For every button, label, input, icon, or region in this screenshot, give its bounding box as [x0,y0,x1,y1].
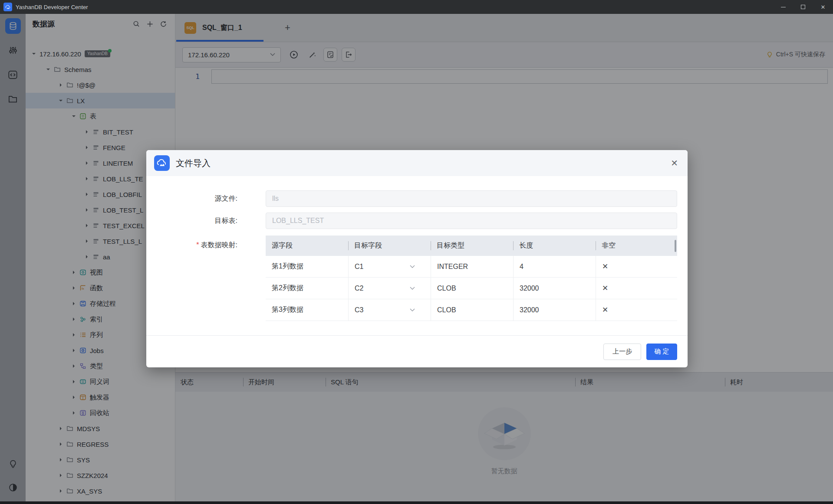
not-null-cell: ✕ [596,299,677,321]
file-import-dialog: 文件导入 ✕ 源文件: 目标表: *表数据映射: 源字段 目标字段 目标类型 长… [146,150,688,367]
dialog-logo-icon [154,155,170,171]
target-type-cell: CLOB [431,299,513,321]
previous-step-button[interactable]: 上一步 [603,344,641,360]
source-file-input[interactable] [266,190,677,207]
mapping-row-2: 第2列数据 C2 CLOB 32000 ✕ [266,278,677,299]
mapping-label: *表数据映射: [146,236,237,250]
dialog-footer: 上一步 确 定 [146,335,688,367]
chevron-down-icon [410,308,415,312]
target-type-cell: INTEGER [431,256,513,277]
source-field-cell: 第3列数据 [266,299,348,321]
source-field-cell: 第2列数据 [266,278,348,299]
target-field-select[interactable]: C3 [348,299,431,321]
target-table-row: 目标表: [146,213,688,229]
source-file-row: 源文件: [146,190,688,207]
confirm-button[interactable]: 确 定 [646,344,677,360]
window-minimize-button[interactable] [773,0,793,14]
dialog-title: 文件导入 [176,157,211,169]
col-target-field: 目标字段 [348,236,431,256]
length-cell: 32000 [513,299,596,321]
target-field-select[interactable]: C2 [348,278,431,299]
mapping-row: *表数据映射: 源字段 目标字段 目标类型 长度 非空 第1列数据 C1 INT… [146,236,688,321]
required-mark: * [196,241,199,249]
target-table-label: 目标表: [146,216,237,226]
title-bar: YashanDB Developer Center ✕ [0,0,833,14]
window-close-button[interactable]: ✕ [813,0,833,14]
chevron-down-icon [410,287,415,290]
col-length: 长度 [513,236,596,256]
app-logo-icon [3,3,12,11]
window-maximize-button[interactable] [793,0,813,14]
mapping-table: 源字段 目标字段 目标类型 长度 非空 第1列数据 C1 INTEGER 4 ✕… [266,236,677,321]
length-cell: 32000 [513,278,596,299]
scrollbar-thumb[interactable] [675,240,676,252]
source-file-label: 源文件: [146,194,237,203]
dialog-close-icon[interactable]: ✕ [671,159,678,167]
dialog-header: 文件导入 ✕ [146,150,688,176]
mapping-table-header: 源字段 目标字段 目标类型 长度 非空 [266,236,677,256]
not-null-cell: ✕ [596,278,677,299]
chevron-down-icon [410,265,415,268]
mapping-row-3: 第3列数据 C3 CLOB 32000 ✕ [266,299,677,321]
target-field-select[interactable]: C1 [348,256,431,277]
app-title: YashanDB Developer Center [16,4,88,10]
not-null-cell: ✕ [596,256,677,277]
target-type-cell: CLOB [431,278,513,299]
target-table-input[interactable] [266,213,677,229]
mapping-row-1: 第1列数据 C1 INTEGER 4 ✕ [266,256,677,278]
source-field-cell: 第1列数据 [266,256,348,277]
dialog-body: 源文件: 目标表: *表数据映射: 源字段 目标字段 目标类型 长度 非空 [146,176,688,335]
col-not-null: 非空 [596,236,677,256]
col-target-type: 目标类型 [431,236,513,256]
col-source-field: 源字段 [266,236,348,256]
length-cell: 4 [513,256,596,277]
